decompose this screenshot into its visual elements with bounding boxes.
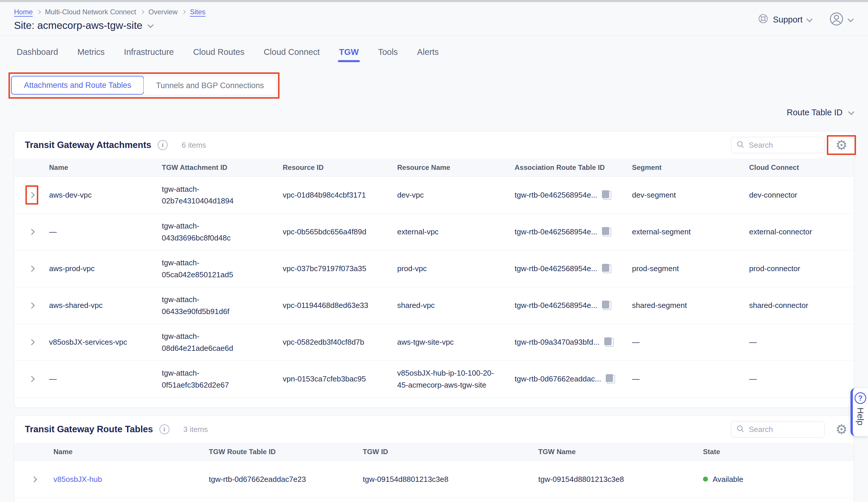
support-chevron-icon bbox=[806, 16, 813, 22]
tab-tools[interactable]: Tools bbox=[377, 42, 399, 62]
row-expand-chevron[interactable] bbox=[25, 185, 38, 205]
cell-cloud-connect: external-connector bbox=[749, 226, 854, 238]
column-header-name: Name bbox=[49, 162, 162, 173]
tab-tgw[interactable]: TGW bbox=[338, 42, 360, 62]
subtab-attachments-and-route-tables[interactable]: Attachments and Route Tables bbox=[11, 76, 144, 95]
route-tables-card: Transit Gateway Route Tables i 3 items ⚙… bbox=[14, 416, 854, 502]
cell-resource-name: aws-tgw-site-vpc bbox=[397, 336, 515, 348]
copy-icon[interactable] bbox=[604, 337, 613, 347]
status-text: Available bbox=[713, 473, 743, 485]
cell-name: aws-dev-vpc bbox=[49, 189, 162, 201]
route-table-id-dropdown[interactable]: Route Table ID bbox=[787, 106, 853, 118]
breadcrumb-overview[interactable]: Overview bbox=[148, 8, 178, 16]
cell-tgw-name: tgw-09154d8801213c3e8 bbox=[538, 473, 703, 485]
chevron-right-icon bbox=[29, 265, 35, 272]
search-icon bbox=[736, 425, 745, 434]
attachments-table-header: Name TGW Attachment ID Resource ID Resou… bbox=[14, 158, 854, 177]
cell-name-link[interactable]: v85osbJX-hub bbox=[53, 473, 209, 485]
row-expand-chevron[interactable] bbox=[25, 296, 38, 315]
cell-name: aws-prod-vpc bbox=[49, 263, 162, 274]
column-header-state: State bbox=[703, 446, 854, 457]
help-icon: ? bbox=[855, 392, 866, 404]
route-tables-table-header: Name TGW Route Table ID TGW ID TGW Name … bbox=[14, 443, 854, 461]
column-header-name: Name bbox=[53, 446, 209, 457]
user-menu[interactable] bbox=[829, 12, 852, 28]
column-header-resource-name: Resource Name bbox=[397, 162, 515, 173]
column-header-tgw-route-table-id: TGW Route Table ID bbox=[209, 446, 363, 457]
tab-metrics[interactable]: Metrics bbox=[76, 42, 106, 62]
info-icon[interactable]: i bbox=[158, 140, 168, 150]
cell-resource-id: vpc-037bc79197f073a35 bbox=[283, 263, 397, 274]
attachments-search-input[interactable] bbox=[749, 141, 819, 150]
copy-icon[interactable] bbox=[602, 190, 611, 200]
cell-cloud-connect: — bbox=[749, 373, 854, 385]
cell-cloud-connect: prod-connector bbox=[749, 263, 854, 274]
table-row: aws-prod-vpc tgw-attach-05ca042e850121ad… bbox=[14, 250, 854, 287]
cell-resource-name: external-vpc bbox=[397, 226, 515, 238]
cell-association-route-table-id: tgw-rtb-0e462568954e... bbox=[515, 189, 632, 201]
cell-tgw-id: tgw-09154d8801213c3e8 bbox=[363, 473, 538, 485]
chevron-right-icon bbox=[31, 476, 37, 482]
breadcrumb-sites[interactable]: Sites bbox=[190, 8, 205, 16]
attachments-card: Transit Gateway Attachments i 6 items ⚙ … bbox=[14, 131, 854, 407]
tab-cloud-connect[interactable]: Cloud Connect bbox=[262, 42, 321, 62]
route-tables-title: Transit Gateway Route Tables bbox=[25, 424, 153, 435]
row-expand-chevron[interactable] bbox=[25, 369, 38, 389]
route-table-id-chevron-icon bbox=[848, 108, 854, 115]
copy-icon[interactable] bbox=[602, 227, 611, 237]
window-top-edge bbox=[0, 0, 868, 2]
row-expand-chevron[interactable] bbox=[25, 259, 38, 279]
row-expand-chevron[interactable] bbox=[25, 222, 38, 242]
table-row: aws-shared-vpc tgw-attach-06433e90fd5b91… bbox=[14, 287, 854, 324]
tab-alerts[interactable]: Alerts bbox=[416, 42, 440, 62]
cell-state: Available bbox=[703, 473, 854, 485]
attachments-search bbox=[731, 137, 825, 153]
route-tables-search-input[interactable] bbox=[749, 425, 819, 434]
cell-segment: external-segment bbox=[632, 226, 749, 238]
tab-dashboard[interactable]: Dashboard bbox=[16, 42, 59, 62]
status-available-dot bbox=[703, 477, 708, 482]
cell-segment: shared-segment bbox=[632, 300, 749, 311]
cell-name: — bbox=[49, 373, 162, 385]
breadcrumb-mcn-connect[interactable]: Multi-Cloud Network Connect bbox=[45, 8, 136, 16]
cell-association-route-table-id: tgw-rtb-0e462568954e... bbox=[515, 263, 632, 274]
page-title: Site: acmecorp-aws-tgw-site bbox=[14, 20, 143, 31]
copy-icon[interactable] bbox=[606, 374, 615, 384]
cell-resource-id: vpn-0153ca7cfeb3bac95 bbox=[283, 373, 397, 385]
row-expand-chevron[interactable] bbox=[28, 470, 40, 489]
row-expand-chevron[interactable] bbox=[25, 333, 38, 352]
chevron-right-icon bbox=[29, 192, 35, 198]
subtab-tunnels-and-bgp-connections[interactable]: Tunnels and BGP Connections bbox=[144, 76, 276, 95]
cell-resource-name: v85osbJX-hub-ip-10-100-20-45-acmecorp-aw… bbox=[397, 367, 515, 391]
cell-tgw-attachment-id: tgw-attach-0f51aefc3b62d2e67 bbox=[162, 367, 283, 391]
breadcrumb-home[interactable]: Home bbox=[14, 8, 33, 16]
cell-name: aws-shared-vpc bbox=[49, 300, 162, 311]
cell-resource-name: prod-vpc bbox=[397, 263, 515, 274]
cell-resource-id: vpc-01d84b98c4cbf3171 bbox=[283, 189, 397, 201]
cell-tgw-route-table-id: tgw-rtb-0d67662eaddac7e23 bbox=[209, 473, 363, 485]
copy-icon[interactable] bbox=[602, 263, 611, 274]
cell-cloud-connect: — bbox=[749, 336, 854, 348]
chevron-right-icon bbox=[29, 376, 35, 382]
info-icon[interactable]: i bbox=[159, 425, 169, 434]
cell-name: v85osbJX-services-vpc bbox=[49, 336, 162, 348]
column-header-tgw-attachment-id: TGW Attachment ID bbox=[162, 162, 283, 173]
cell-tgw-attachment-id: tgw-attach-06433e90fd5b91d6f bbox=[162, 294, 283, 317]
cell-cloud-connect: dev-connector bbox=[749, 189, 854, 201]
attachments-settings-button[interactable]: ⚙ bbox=[828, 136, 855, 154]
cell-segment: — bbox=[632, 336, 749, 348]
cell-tgw-attachment-id: tgw-attach-08d64e21ade6cae6d bbox=[162, 331, 283, 354]
tab-infrastructure[interactable]: Infrastructure bbox=[123, 42, 175, 62]
column-header-tgw-name: TGW Name bbox=[538, 446, 703, 457]
site-dropdown-chevron-icon[interactable] bbox=[147, 22, 154, 28]
column-header-tgw-id: TGW ID bbox=[363, 446, 538, 457]
breadcrumb-separator-icon bbox=[37, 10, 41, 14]
support-menu[interactable]: Support bbox=[757, 13, 811, 26]
tab-cloud-routes[interactable]: Cloud Routes bbox=[192, 42, 246, 62]
copy-icon[interactable] bbox=[602, 300, 611, 311]
help-tab[interactable]: ? Help bbox=[850, 388, 868, 436]
subtab-wrap: Attachments and Route Tables Tunnels and… bbox=[11, 76, 276, 95]
gear-icon: ⚙ bbox=[835, 138, 847, 152]
cell-tgw-attachment-id: tgw-attach-05ca042e850121ad5 bbox=[162, 257, 283, 281]
cell-resource-name: shared-vpc bbox=[397, 300, 515, 311]
